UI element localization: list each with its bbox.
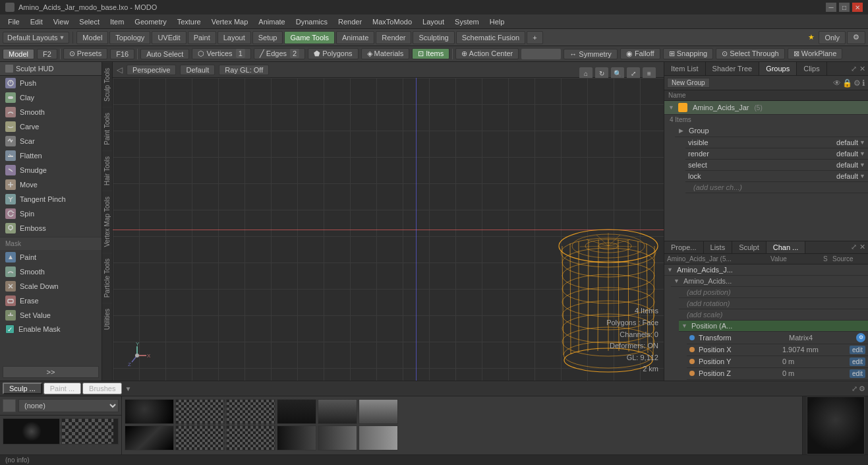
tool-spin[interactable]: Spin: [0, 206, 101, 221]
bottom-tab-brushes[interactable]: Brushes: [82, 383, 122, 394]
chan-posz-edit[interactable]: edit: [850, 369, 865, 378]
bottom-expand-icon[interactable]: ⤢: [852, 385, 857, 393]
prop-visible[interactable]: visible default ▼: [685, 137, 868, 148]
tool-mask-smooth[interactable]: Smooth: [0, 264, 101, 279]
menu-animate[interactable]: Animate: [253, 16, 290, 27]
tab-schematic[interactable]: Schematic Fusion: [456, 31, 525, 44]
workplane-btn[interactable]: ⊠ WorkPlane: [788, 48, 843, 59]
chan-add-rotation[interactable]: (add rotation): [679, 298, 868, 309]
minimize-button[interactable]: ─: [826, 3, 836, 12]
prop-lock[interactable]: lock default ▼: [685, 171, 868, 182]
close-button[interactable]: ✕: [852, 3, 863, 12]
gear-button[interactable]: ⚙: [847, 31, 865, 44]
none-dropdown[interactable]: (none): [18, 399, 119, 412]
menu-system[interactable]: System: [449, 16, 484, 27]
viewport-nav-icon[interactable]: ◁: [117, 65, 123, 75]
presets-btn[interactable]: ⊙ Presets: [63, 48, 107, 59]
tab-shader-tree[interactable]: Shader Tree: [706, 62, 760, 75]
chan-posx-edit[interactable]: edit: [850, 346, 865, 354]
tool-emboss[interactable]: Emboss: [0, 221, 101, 235]
tab-setup[interactable]: Setup: [252, 31, 283, 44]
brush-cell-10[interactable]: [277, 425, 316, 450]
close-right-icon[interactable]: ✕: [859, 65, 865, 73]
brushes-dropdown-arrow[interactable]: ▼: [125, 385, 131, 392]
brush-cell-3[interactable]: [226, 399, 275, 424]
enable-mask-checkbox[interactable]: ✓: [5, 325, 14, 334]
menu-layout[interactable]: Layout: [417, 16, 449, 27]
prop-select[interactable]: select default ▼: [685, 160, 868, 171]
tool-scar[interactable]: Scar: [0, 134, 101, 148]
chan-pos-z[interactable]: Position Z 0 m edit: [687, 368, 868, 380]
polygons-btn[interactable]: ⬟ Polygons: [308, 48, 358, 59]
tab-clips[interactable]: Clips: [797, 62, 826, 75]
brush-cell-6[interactable]: [359, 399, 398, 424]
groups-area[interactable]: ▼ Amino_Acids_Jar (5) 4 Items ▶ Group vi…: [664, 101, 868, 241]
tool-carve[interactable]: Carve: [0, 119, 101, 134]
chan-add-user2[interactable]: (add user ch...): [687, 380, 868, 381]
tool-erase[interactable]: Erase: [0, 294, 101, 308]
tab-item-list[interactable]: Item List: [664, 62, 706, 75]
action-slider[interactable]: [521, 49, 561, 59]
f2-btn[interactable]: F2: [37, 49, 57, 59]
edges-btn[interactable]: ╱ Edges 2: [254, 48, 305, 59]
brush-cell-7[interactable]: [125, 425, 174, 450]
tab-animate[interactable]: Animate: [336, 31, 374, 44]
brush-cell-5[interactable]: [318, 399, 357, 424]
menu-dynamics[interactable]: Dynamics: [291, 16, 333, 27]
tool-push[interactable]: Push: [0, 76, 101, 90]
vertices-btn[interactable]: ⬡ Vertices 1: [192, 48, 250, 59]
brush-cell-11[interactable]: [318, 425, 357, 450]
group-root-item[interactable]: ▼ Amino_Acids_Jar (5): [664, 101, 868, 115]
auto-select-btn[interactable]: Auto Select: [140, 49, 189, 59]
none-color-box[interactable]: [3, 399, 16, 412]
brush-cell-4[interactable]: [277, 399, 316, 424]
tab-add[interactable]: +: [527, 31, 542, 44]
menu-select[interactable]: Select: [74, 16, 105, 27]
tab-topology[interactable]: Topology: [109, 31, 150, 44]
menu-file[interactable]: File: [3, 16, 25, 27]
shader-btn[interactable]: Default: [180, 65, 215, 75]
chan-position[interactable]: ▼ Position (A...: [679, 321, 868, 332]
chan-posy-edit[interactable]: edit: [850, 357, 865, 366]
items-btn[interactable]: ⊡ Items: [412, 48, 449, 59]
menu-geometry[interactable]: Geometry: [129, 16, 171, 27]
chan-tab-lists[interactable]: Lists: [704, 241, 733, 253]
expand-right-icon[interactable]: ⤢: [851, 65, 857, 73]
menu-maxtomodo[interactable]: MaxToModo: [367, 16, 417, 27]
brush-cell-1[interactable]: [125, 399, 174, 424]
chan-tab-prope[interactable]: Prope...: [664, 241, 704, 253]
side-tab-paint[interactable]: Paint Tools: [102, 107, 112, 150]
bottom-gear-icon[interactable]: ⚙: [859, 385, 865, 393]
side-tab-sculpt[interactable]: Sculp Tools: [102, 62, 112, 107]
action-center-btn[interactable]: ⊕ Action Center: [455, 48, 519, 59]
side-tab-hair[interactable]: Hair Tools: [102, 150, 112, 191]
tab-paint[interactable]: Paint: [188, 31, 216, 44]
raygl-btn[interactable]: Ray GL: Off: [219, 65, 269, 75]
side-tab-vertex[interactable]: Vertex Map Tools: [102, 191, 112, 253]
chan-tab-sculpt[interactable]: Sculpt: [732, 241, 767, 253]
preset-thumb[interactable]: [807, 396, 865, 454]
tool-tangent-pinch[interactable]: Tangent Pinch: [0, 192, 101, 206]
tool-move[interactable]: Move: [0, 177, 101, 192]
menu-vertex-map[interactable]: Vertex Map: [206, 16, 254, 27]
falloff-btn[interactable]: ◉ Falloff: [620, 48, 660, 59]
menu-texture[interactable]: Texture: [172, 16, 206, 27]
chan-transform[interactable]: Transform Matrix4 ⚙: [687, 332, 868, 344]
tab-model[interactable]: Model: [76, 31, 108, 44]
menu-help[interactable]: Help: [484, 16, 510, 27]
menu-view[interactable]: View: [48, 16, 74, 27]
chan-pos-x[interactable]: Position X 1.9074 mm edit: [687, 344, 868, 356]
tab-render[interactable]: Render: [376, 31, 411, 44]
maximize-button[interactable]: □: [839, 3, 850, 12]
side-tab-particle[interactable]: Particle Tools: [102, 253, 112, 303]
brush-cell-2[interactable]: [175, 399, 225, 424]
prop-add-user[interactable]: (add user ch...): [685, 182, 868, 193]
channels-list[interactable]: ▼ Amino_Acids_J... ▼ Amino_Acids... (add…: [664, 264, 868, 381]
chan-expand-icon[interactable]: ⤢: [851, 243, 857, 251]
tab-uvedit[interactable]: UVEdit: [152, 31, 186, 44]
brush-cell-8[interactable]: [175, 425, 225, 450]
chan-add-position[interactable]: (add position): [679, 287, 868, 298]
bottom-tab-paint[interactable]: Paint ...: [43, 383, 81, 394]
chan-root[interactable]: ▼ Amino_Acids_J...: [664, 264, 868, 276]
projection-btn[interactable]: Perspective: [127, 65, 176, 75]
